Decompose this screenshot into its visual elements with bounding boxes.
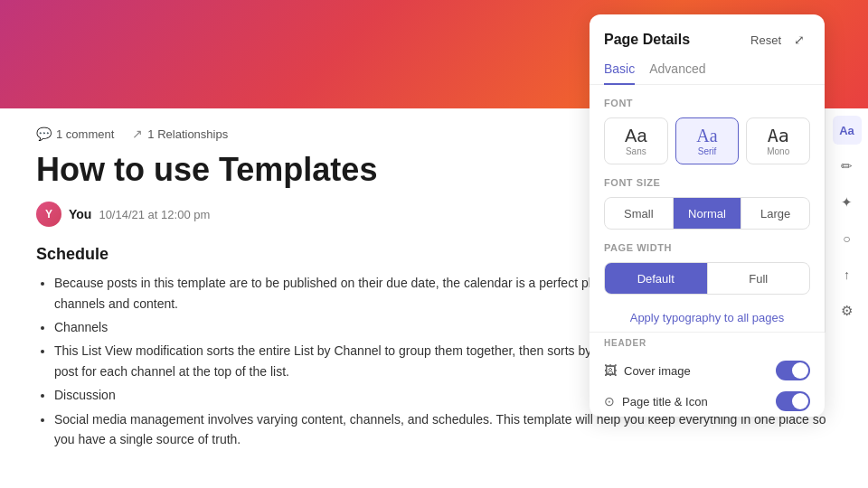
font-options: Aa Sans Aa Serif Aa Mono [604,117,810,164]
apply-typography-link[interactable]: Apply typography to all pages [590,307,825,332]
sidebar-icon-settings[interactable]: ⚙ [833,296,862,325]
cover-image-left: 🖼 Cover image [604,363,691,378]
sidebar-icon-search[interactable]: ○ [833,224,862,253]
panel-title: Page Details [604,32,690,48]
font-option-sans[interactable]: Aa Sans [604,117,668,164]
font-section: Font Aa Sans Aa Serif Aa Mono [590,98,825,177]
font-size-label: Font Size [604,177,810,188]
header-section-label: HEADER [590,332,825,355]
sidebar-icon-font[interactable]: Aa [833,116,862,145]
page-details-panel: Page Details Reset ⤢ Basic Advanced Font… [590,14,825,417]
cover-image-label: Cover image [624,364,691,378]
font-option-serif[interactable]: Aa Serif [675,117,740,164]
page-width-label: Page Width [604,242,810,253]
page-title-left: ⊙ Page title & Icon [604,394,708,408]
width-options: Default Full [604,262,810,295]
page-width-section: Page Width Default Full [590,242,825,307]
size-large[interactable]: Large [741,198,809,229]
font-section-label: Font [604,98,810,108]
font-serif-aa: Aa [696,127,717,145]
size-normal[interactable]: Normal [674,198,742,229]
panel-header: Page Details Reset ⤢ [590,14,825,51]
avatar: Y [36,202,61,227]
page-title-label: Page title & Icon [622,395,708,408]
reset-button[interactable]: Reset [750,33,781,47]
expand-button[interactable]: ⤢ [788,29,810,51]
tab-basic[interactable]: Basic [604,61,635,85]
page-title-toggle[interactable] [776,391,810,411]
page-title-toggle-knob [792,393,808,409]
cover-image-row: 🖼 Cover image [590,355,825,386]
author-date: 10/14/21 at 12:00 pm [99,208,210,221]
font-sans-aa: Aa [625,127,646,145]
font-sans-label: Sans [626,146,646,156]
width-full[interactable]: Full [708,263,810,294]
relationships-icon: ↗ [132,127,143,141]
sidebar-icon-share[interactable]: ↑ [833,260,862,289]
cover-image-toggle-knob [792,362,808,379]
panel-header-actions: Reset ⤢ [750,29,810,51]
size-options: Small Normal Large [604,197,810,230]
main-content: 💬 1 comment ↗ 1 Relationships How to use… [0,0,868,488]
comment-icon: 💬 [36,127,52,141]
relationships-count: 1 Relationships [147,127,228,141]
sidebar-icon-edit[interactable]: ✏ [833,152,862,181]
cover-image-icon: 🖼 [604,363,617,378]
author-name: You [69,207,91,221]
font-option-mono[interactable]: Aa Mono [746,117,810,164]
sidebar-icons: Aa ✏ ✦ ○ ↑ ⚙ [825,108,868,333]
width-default[interactable]: Default [605,263,708,294]
font-serif-label: Serif [698,146,717,156]
cover-image-toggle[interactable] [776,361,810,380]
relationships-meta: ↗ 1 Relationships [132,127,228,141]
page-title-row: ⊙ Page title & Icon [590,386,825,417]
sidebar-icon-magic[interactable]: ✦ [833,188,862,217]
tab-advanced[interactable]: Advanced [649,61,705,85]
font-mono-label: Mono [767,146,789,156]
comment-meta: 💬 1 comment [36,127,114,141]
page-title-icon: ⊙ [604,394,615,408]
comment-count: 1 comment [56,127,114,141]
panel-tabs: Basic Advanced [590,51,825,85]
font-size-section: Font Size Small Normal Large [590,177,825,242]
size-small[interactable]: Small [605,198,674,229]
font-mono-aa: Aa [768,127,789,145]
